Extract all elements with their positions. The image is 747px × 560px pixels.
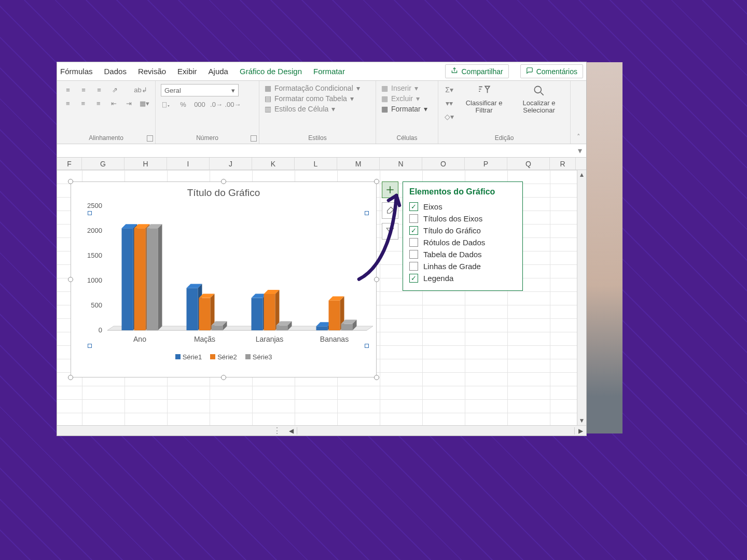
- conditional-formatting-button[interactable]: ▦ Formatação Condicional▾: [265, 84, 370, 92]
- align-top-icon[interactable]: ≡: [62, 84, 74, 95]
- wrap-text-icon[interactable]: ab↲: [135, 84, 146, 95]
- embedded-chart[interactable]: Título do Gráfico 05001000150020002500An…: [71, 181, 377, 377]
- hscroll-track[interactable]: [297, 427, 575, 435]
- tab-chart-design[interactable]: Gráfico de Design: [240, 67, 302, 76]
- format-label: Formatar: [391, 105, 421, 113]
- chart-element-option[interactable]: ✓Eixos: [409, 201, 516, 213]
- collapse-ribbon-button[interactable]: ˄: [571, 81, 586, 144]
- plot-handle[interactable]: [88, 344, 92, 348]
- thousand-sep-icon[interactable]: 000: [194, 99, 205, 110]
- accounting-format-icon[interactable]: ⎕▾: [161, 99, 172, 110]
- resize-handle[interactable]: [221, 375, 226, 380]
- checkbox-icon[interactable]: ✓: [409, 238, 418, 247]
- align-middle-icon[interactable]: ≡: [78, 84, 89, 95]
- tab-format[interactable]: Formatar: [313, 67, 345, 76]
- resize-handle[interactable]: [374, 277, 379, 282]
- sheet-tab-area[interactable]: ⋮: [57, 426, 285, 436]
- delete-cells-button[interactable]: ▦ Excluir▾: [381, 94, 433, 103]
- tab-dados[interactable]: Dados: [104, 67, 127, 76]
- resize-handle[interactable]: [68, 277, 73, 282]
- fill-icon[interactable]: ▾▾: [444, 97, 455, 109]
- plot-handle[interactable]: [365, 211, 369, 215]
- col-head[interactable]: L: [295, 158, 337, 170]
- col-head[interactable]: M: [337, 158, 380, 170]
- chart-title[interactable]: Título do Gráfico: [71, 182, 376, 201]
- tab-ajuda[interactable]: Ajuda: [209, 67, 228, 76]
- col-head[interactable]: H: [125, 158, 167, 170]
- chart-legend[interactable]: Série1 Série2 Série3: [71, 351, 376, 365]
- chart-element-option[interactable]: ✓Legenda: [409, 272, 516, 284]
- decrease-decimal-icon[interactable]: .00→: [227, 99, 239, 110]
- formula-bar[interactable]: ▾: [57, 144, 586, 158]
- chart-element-option[interactable]: ✓Tabela de Dados: [409, 248, 516, 260]
- chart-styles-button[interactable]: [382, 202, 398, 219]
- chart-elements-button[interactable]: [382, 181, 398, 198]
- increase-decimal-icon[interactable]: .0→: [211, 99, 222, 110]
- find-select-button[interactable]: Localizar e Selecionar: [513, 84, 565, 115]
- col-head[interactable]: K: [252, 158, 295, 170]
- cell-styles-button[interactable]: ▥ Estilos de Célula▾: [265, 105, 370, 113]
- orientation-icon[interactable]: ⇗: [109, 84, 120, 95]
- checkbox-icon[interactable]: ✓: [409, 214, 418, 223]
- resize-handle[interactable]: [68, 375, 73, 380]
- scroll-down-icon[interactable]: ▼: [578, 416, 586, 425]
- align-bottom-icon[interactable]: ≡: [93, 84, 105, 95]
- checkbox-icon[interactable]: ✓: [409, 274, 418, 283]
- insert-cells-button[interactable]: ▦ Inserir▾: [381, 84, 433, 92]
- merge-cells-icon[interactable]: ▦▾: [139, 97, 150, 109]
- share-button[interactable]: Compartilhar: [445, 64, 508, 78]
- checkbox-icon[interactable]: ✓: [409, 226, 418, 235]
- align-center-icon[interactable]: ≡: [78, 97, 89, 109]
- plot-handle[interactable]: [365, 344, 369, 348]
- resize-handle[interactable]: [221, 179, 226, 184]
- alignment-dialog-launcher[interactable]: [147, 135, 153, 142]
- scroll-right-icon[interactable]: ▶: [575, 427, 586, 435]
- number-dialog-launcher[interactable]: [251, 135, 257, 142]
- col-head[interactable]: P: [465, 158, 507, 170]
- resize-handle[interactable]: [374, 179, 379, 184]
- checkbox-icon[interactable]: ✓: [409, 202, 418, 211]
- chart-element-option[interactable]: ✓Título do Gráfico: [409, 225, 516, 236]
- clear-icon[interactable]: ◇▾: [444, 111, 455, 122]
- tab-exibir[interactable]: Exibir: [177, 67, 197, 76]
- tab-revisao[interactable]: Revisão: [138, 67, 166, 76]
- tab-formulas[interactable]: Fórmulas: [60, 67, 93, 76]
- chart-element-option[interactable]: ✓Linhas de Grade: [409, 260, 516, 272]
- autosum-icon[interactable]: Σ▾: [444, 84, 455, 95]
- checkbox-icon[interactable]: ✓: [409, 250, 418, 259]
- col-head[interactable]: J: [210, 158, 252, 170]
- number-format-combo[interactable]: Geral ▾: [161, 84, 239, 96]
- plot-handle[interactable]: [88, 211, 92, 215]
- plot-area-selection[interactable]: [90, 213, 367, 346]
- col-head[interactable]: Q: [507, 158, 550, 170]
- group-label-styles: Estilos: [259, 134, 376, 142]
- chart-element-option[interactable]: ✓Rótulos de Dados: [409, 236, 516, 248]
- decrease-indent-icon[interactable]: ⇤: [108, 97, 120, 109]
- comments-button[interactable]: Comentários: [520, 64, 583, 78]
- col-head[interactable]: G: [82, 158, 125, 170]
- chart-filter-button[interactable]: [382, 223, 398, 240]
- chart-element-option-label: Tabela de Dados: [423, 250, 482, 259]
- scroll-up-icon[interactable]: ▲: [578, 170, 586, 179]
- format-as-table-button[interactable]: ▤ Formatar como Tabela▾: [265, 94, 370, 103]
- checkbox-icon[interactable]: ✓: [409, 262, 418, 271]
- resize-handle[interactable]: [374, 375, 379, 380]
- align-right-icon[interactable]: ≡: [93, 97, 104, 109]
- col-head[interactable]: F: [57, 158, 82, 170]
- sort-filter-button[interactable]: Classificar e Filtrar: [462, 84, 506, 115]
- resize-handle[interactable]: [68, 179, 73, 184]
- scroll-left-icon[interactable]: ◀: [285, 427, 297, 435]
- increase-indent-icon[interactable]: ⇥: [123, 97, 135, 109]
- col-head[interactable]: I: [167, 158, 210, 170]
- format-cells-button[interactable]: ▦ Formatar▾: [381, 105, 433, 113]
- horizontal-scrollbar[interactable]: ⋮ ◀ ▶: [57, 425, 586, 436]
- chart-element-option[interactable]: ✓Títulos dos Eixos: [409, 213, 516, 225]
- fx-expand-icon[interactable]: ▾: [578, 146, 582, 156]
- col-head[interactable]: O: [422, 158, 465, 170]
- align-left-icon[interactable]: ≡: [62, 97, 74, 109]
- percent-format-icon[interactable]: %: [177, 99, 189, 110]
- worksheet-grid[interactable]: Título do Gráfico 05001000150020002500An…: [57, 170, 586, 425]
- col-head[interactable]: R: [550, 158, 576, 170]
- col-head[interactable]: N: [380, 158, 422, 170]
- vertical-scrollbar[interactable]: ▲ ▼: [577, 170, 586, 425]
